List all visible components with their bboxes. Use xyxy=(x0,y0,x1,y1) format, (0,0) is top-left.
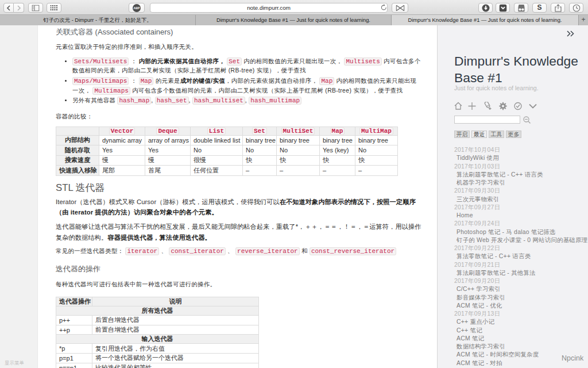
svg-text:ABP: ABP xyxy=(134,6,140,10)
